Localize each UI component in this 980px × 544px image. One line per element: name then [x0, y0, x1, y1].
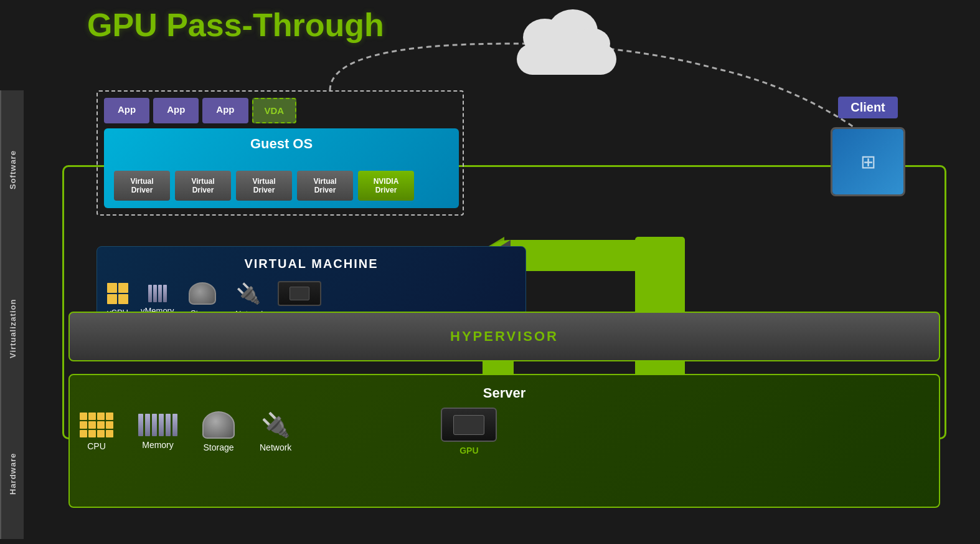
virtual-driver-3: VirtualDriver: [236, 171, 292, 201]
client-box: Client: [806, 97, 930, 196]
vcpu-icon: [107, 283, 128, 304]
vnetwork-icon: 🔌: [236, 282, 261, 305]
software-dashed-box: App App App VDA Guest OS VirtualDriver V…: [97, 90, 464, 216]
cpu-label: CPU: [87, 441, 106, 451]
label-hardware: Hardware: [0, 408, 24, 539]
virtual-driver-1: VirtualDriver: [114, 171, 170, 201]
server-network: 🔌 Network: [260, 411, 291, 452]
driver-row: VirtualDriver VirtualDriver VirtualDrive…: [114, 171, 449, 201]
nvidia-driver: NVIDIADriver: [358, 171, 414, 201]
guest-os-title: Guest OS: [114, 136, 449, 152]
server-section: Server CPU Memory: [68, 374, 940, 508]
server-gpu-label: GPU: [459, 446, 478, 456]
gpu-card-icon: [278, 281, 321, 306]
vmemory-icon: [148, 285, 167, 302]
hypervisor-section: HYPERVISOR: [68, 312, 940, 361]
storage-icon: [202, 411, 235, 439]
server-gpu: GPU: [441, 408, 497, 456]
network-label: Network: [260, 442, 291, 452]
virtual-driver-2: VirtualDriver: [175, 171, 231, 201]
server-storage: Storage: [202, 411, 235, 452]
client-device: [831, 127, 905, 196]
server-gpu-icon: [441, 408, 497, 442]
server-cpu: CPU: [80, 413, 113, 451]
guest-os: Guest OS VirtualDriver VirtualDriver Vir…: [104, 128, 459, 208]
app-btn-1: App: [104, 98, 149, 123]
memory-label: Memory: [142, 440, 174, 450]
label-virtualization: Virtualization: [0, 249, 24, 408]
server-memory: Memory: [138, 414, 177, 450]
server-components: CPU Memory Storage 🔌 Network: [80, 408, 929, 456]
client-label: Client: [838, 97, 898, 118]
label-software: Software: [0, 90, 24, 249]
virtual-driver-4: VirtualDriver: [297, 171, 353, 201]
hypervisor-title: HYPERVISOR: [450, 328, 558, 345]
vm-vmemory: vMemory: [141, 285, 174, 315]
vda-btn: VDA: [252, 98, 297, 123]
memory-icon: [138, 414, 177, 436]
vstorage-icon: [189, 282, 216, 305]
app-btn-3: App: [202, 98, 248, 123]
app-btn-2: App: [153, 98, 199, 123]
server-title: Server: [80, 385, 929, 401]
page-title: GPU Pass-Through: [87, 6, 384, 44]
app-row: App App App VDA: [104, 98, 456, 123]
storage-label: Storage: [203, 442, 233, 452]
cpu-icon: [80, 413, 113, 437]
network-icon: 🔌: [261, 411, 290, 439]
cloud-icon: [511, 19, 623, 87]
vm-title: VIRTUAL MACHINE: [107, 257, 516, 271]
tablet-screen: [832, 129, 903, 194]
